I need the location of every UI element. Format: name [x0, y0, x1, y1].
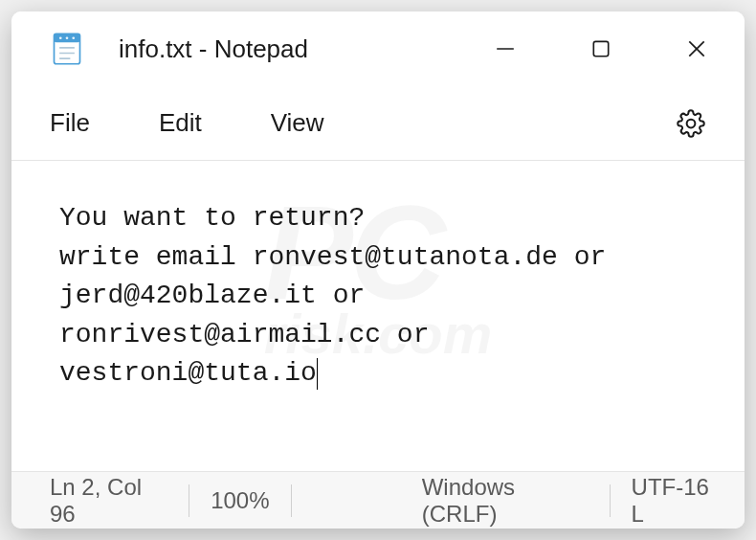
text-cursor [317, 358, 318, 391]
status-line-ending: Windows (CRLF) [422, 484, 611, 517]
menu-view[interactable]: View [271, 108, 324, 138]
menu-edit[interactable]: Edit [159, 108, 202, 138]
maximize-button[interactable] [553, 11, 649, 86]
notepad-window: info.txt - Notepad File Edit View [11, 11, 745, 529]
menubar: File Edit View [11, 86, 745, 161]
status-zoom[interactable]: 100% [211, 484, 291, 517]
status-cursor-position: Ln 2, Col 96 [50, 484, 189, 517]
status-encoding: UTF-16 L [632, 484, 745, 517]
svg-point-4 [72, 36, 75, 39]
window-title: info.txt - Notepad [119, 34, 457, 64]
settings-button[interactable] [676, 108, 706, 139]
svg-rect-9 [593, 41, 608, 56]
svg-point-2 [59, 36, 62, 39]
text-editor-area[interactable]: You want to return? write email ronvest@… [11, 161, 745, 471]
titlebar: info.txt - Notepad [11, 11, 745, 86]
document-text: You want to return? write email ronvest@… [59, 203, 622, 388]
svg-point-3 [66, 36, 69, 39]
menu-file[interactable]: File [50, 108, 90, 138]
minimize-button[interactable] [457, 11, 553, 86]
close-button[interactable] [649, 11, 745, 86]
notepad-app-icon [50, 32, 84, 66]
window-controls [457, 11, 745, 86]
statusbar: Ln 2, Col 96 100% Windows (CRLF) UTF-16 … [11, 471, 745, 529]
